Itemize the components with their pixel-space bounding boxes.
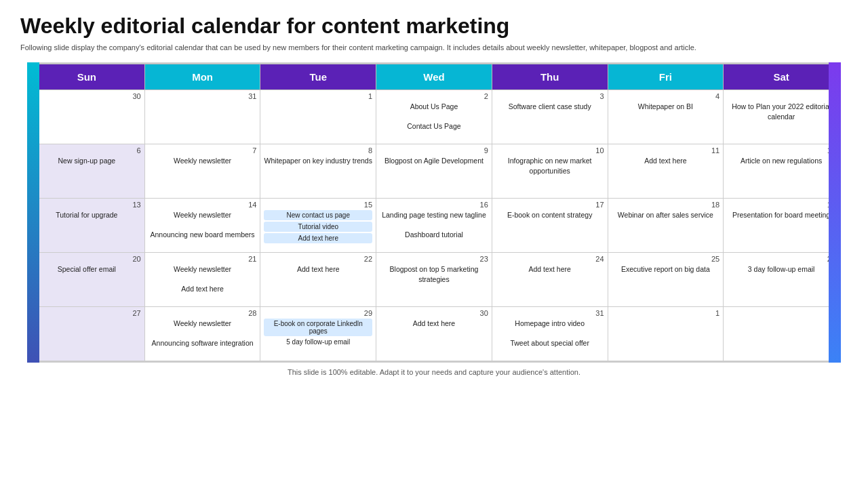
calendar-wrapper: Sun Mon Tue Wed Thu Fri Sat 303112About … bbox=[27, 62, 841, 363]
day-number: 6 bbox=[33, 146, 141, 155]
right-accent-bar bbox=[829, 62, 841, 363]
calendar-cell: 9Blogpost on Agile Development bbox=[376, 144, 492, 199]
calendar-cell: 21Weekly newsletterAdd text here bbox=[144, 253, 260, 307]
day-number: 12 bbox=[727, 146, 835, 155]
calendar-cell: 5How to Plan your 2022 editorial calenda… bbox=[724, 90, 840, 144]
day-number: 21 bbox=[149, 255, 257, 263]
day-number: 17 bbox=[496, 201, 604, 209]
calendar-cell: 17E-book on content strategy bbox=[492, 199, 608, 253]
calendar-cell: 10Infographic on new market opportunitie… bbox=[492, 144, 608, 199]
cell-item: E-book on corporate LinkedIn pages bbox=[264, 319, 372, 336]
calendar-cell: 19Presentation for board meeting bbox=[724, 199, 840, 253]
cell-content: E-book on content strategy bbox=[496, 210, 604, 220]
day-number: 14 bbox=[149, 201, 257, 209]
calendar-cell: 30Add text here bbox=[376, 307, 492, 361]
cell-content: Presentation for board meeting bbox=[727, 210, 835, 220]
day-number: 11 bbox=[612, 146, 720, 155]
day-number: 26 bbox=[727, 255, 835, 263]
cell-content: Weekly newsletterAnnouncing software int… bbox=[149, 319, 257, 348]
day-number: 30 bbox=[380, 309, 488, 317]
cell-content: Landing page testing new taglineDashboar… bbox=[380, 210, 488, 239]
calendar-cell: 23Blogpost on top 5 marketing strategies bbox=[376, 253, 492, 307]
calendar-cell: 4Whitepaper on BI bbox=[608, 90, 724, 144]
day-number: 20 bbox=[33, 255, 141, 263]
calendar-container: Sun Mon Tue Wed Thu Fri Sat 303112About … bbox=[27, 62, 841, 363]
cell-content: Executive report on big data bbox=[612, 264, 720, 274]
cell-content: About Us PageContact Us Page bbox=[380, 102, 488, 131]
col-tue: Tue bbox=[260, 64, 376, 90]
cell-content: Weekly newsletterAnnouncing new board me… bbox=[149, 210, 257, 239]
cell-content: Blogpost on Agile Development bbox=[380, 156, 488, 165]
day-number: 18 bbox=[612, 201, 720, 209]
cell-content: Special offer email bbox=[33, 264, 141, 274]
day-number: 24 bbox=[496, 255, 604, 263]
cell-content: Webinar on after sales service bbox=[612, 210, 720, 220]
footer-note: This slide is 100% editable. Adapt it to… bbox=[20, 368, 848, 376]
calendar-row-2: 13Tutorial for upgrade14Weekly newslette… bbox=[29, 199, 840, 253]
page-subtitle: Following slide display the company's ed… bbox=[20, 43, 848, 53]
day-number: 23 bbox=[380, 255, 488, 263]
cell-content: Blogpost on top 5 marketing strategies bbox=[380, 264, 488, 283]
day-number: 31 bbox=[496, 309, 604, 317]
day-number: 29 bbox=[264, 309, 372, 317]
calendar-cell: 27 bbox=[29, 307, 145, 361]
day-number: 30 bbox=[33, 92, 141, 100]
cell-content: Whitepaper on key industry trends bbox=[264, 156, 372, 165]
calendar-cell: 29E-book on corporate LinkedIn pages5 da… bbox=[260, 307, 376, 361]
cell-content: Software client case study bbox=[496, 102, 604, 111]
calendar-row-0: 303112About Us PageContact Us Page3Softw… bbox=[29, 90, 840, 144]
calendar-cell: 31 bbox=[144, 90, 260, 144]
calendar-cell: 1 bbox=[260, 90, 376, 144]
day-number: 28 bbox=[149, 309, 257, 317]
calendar-row-3: 20Special offer email21Weekly newsletter… bbox=[29, 253, 840, 307]
calendar-cell: 2 bbox=[724, 307, 840, 361]
day-number: 27 bbox=[33, 309, 141, 317]
calendar-cell: 1 bbox=[608, 307, 724, 361]
calendar-cell: 15New contact us pageTutorial videoAdd t… bbox=[260, 199, 376, 253]
col-fri: Fri bbox=[608, 64, 724, 90]
calendar-cell: 14Weekly newsletterAnnouncing new board … bbox=[144, 199, 260, 253]
day-number: 1 bbox=[264, 92, 372, 100]
cell-item: New contact us page bbox=[264, 210, 372, 220]
cell-content: Homepage intro videoTweet about special … bbox=[496, 319, 604, 348]
calendar-cell: 12Article on new regulations bbox=[724, 144, 840, 199]
calendar-cell: 16Landing page testing new taglineDashbo… bbox=[376, 199, 492, 253]
cell-content: Weekly newsletter bbox=[149, 156, 257, 165]
calendar-cell: 13Tutorial for upgrade bbox=[29, 199, 145, 253]
calendar-cell: 24Add text here bbox=[492, 253, 608, 307]
day-number: 13 bbox=[33, 201, 141, 209]
day-number: 19 bbox=[727, 201, 835, 209]
calendar-cell: 7Weekly newsletter bbox=[144, 144, 260, 199]
calendar-cell: 18Webinar on after sales service bbox=[608, 199, 724, 253]
day-number: 9 bbox=[380, 146, 488, 155]
day-number: 5 bbox=[727, 92, 835, 100]
day-number: 8 bbox=[264, 146, 372, 155]
day-number: 22 bbox=[264, 255, 372, 263]
cell-content: 3 day follow-up email bbox=[727, 264, 835, 274]
cell-item: 5 day follow-up email bbox=[264, 338, 372, 346]
day-number: 4 bbox=[612, 92, 720, 100]
page-title: Weekly editorial calendar for content ma… bbox=[20, 14, 848, 39]
calendar-row-1: 6New sign-up page7Weekly newsletter8Whit… bbox=[29, 144, 840, 199]
cell-content: Add text here bbox=[496, 264, 604, 274]
day-number: 2 bbox=[727, 309, 835, 317]
calendar-cell: 28Weekly newsletterAnnouncing software i… bbox=[144, 307, 260, 361]
cell-item: Tutorial video bbox=[264, 222, 372, 232]
header-row: Sun Mon Tue Wed Thu Fri Sat bbox=[29, 64, 840, 90]
calendar-cell: 30 bbox=[29, 90, 145, 144]
calendar-cell: 11Add text here bbox=[608, 144, 724, 199]
left-accent-bar bbox=[27, 62, 39, 363]
day-number: 7 bbox=[149, 146, 257, 155]
cell-item: Add text here bbox=[264, 233, 372, 243]
day-number: 25 bbox=[612, 255, 720, 263]
day-number: 1 bbox=[612, 309, 720, 317]
day-number: 2 bbox=[380, 92, 488, 100]
calendar-cell: 20Special offer email bbox=[29, 253, 145, 307]
calendar-cell: 263 day follow-up email bbox=[724, 253, 840, 307]
cell-content: Infographic on new market opportunities bbox=[496, 156, 604, 175]
col-thu: Thu bbox=[492, 64, 608, 90]
day-number: 3 bbox=[496, 92, 604, 100]
col-sat: Sat bbox=[724, 64, 840, 90]
cell-content: Tutorial for upgrade bbox=[33, 210, 141, 220]
cell-content: Add text here bbox=[612, 156, 720, 165]
